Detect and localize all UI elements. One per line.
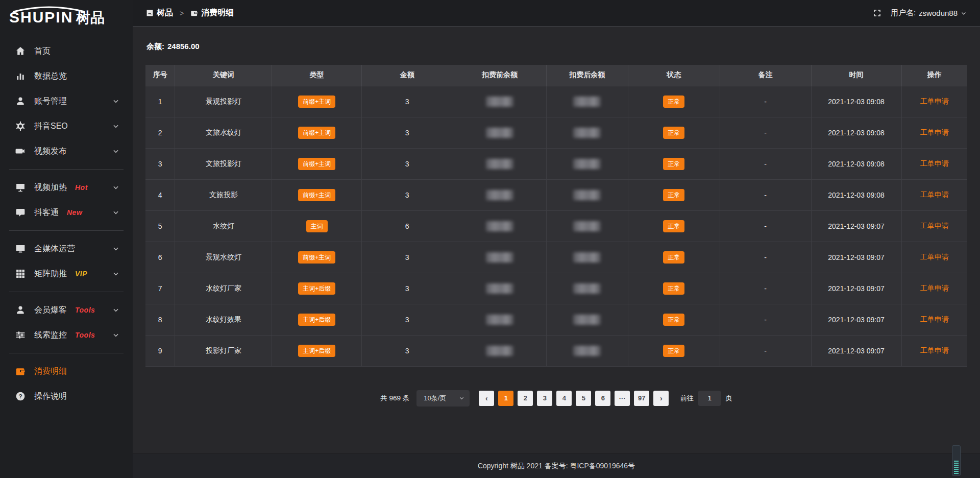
- sidebar-item-video-publish[interactable]: 视频发布: [0, 140, 133, 162]
- floating-corner-widget[interactable]: [952, 445, 961, 476]
- redacted-value: [573, 190, 601, 200]
- pagination-total: 共 969 条: [380, 394, 409, 403]
- type-badge: 主词: [306, 220, 328, 232]
- breadcrumb-item[interactable]: 树品: [146, 8, 173, 18]
- status-badge: 正常: [663, 282, 684, 295]
- cell-status: 正常: [628, 335, 720, 366]
- balance-label: 余额:: [146, 42, 164, 51]
- redacted-value: [573, 346, 601, 356]
- breadcrumb: 树品>消费明细: [146, 8, 234, 18]
- page-button-1[interactable]: 1: [498, 391, 513, 406]
- page-button-97[interactable]: 97: [634, 391, 649, 406]
- page-button-3[interactable]: 3: [537, 391, 552, 406]
- work-order-link[interactable]: 工单申请: [920, 346, 949, 354]
- table-header-row: 序号关键词类型金额扣费前余额扣费后余额状态备注时间操作: [145, 65, 967, 86]
- balance-value: 24856.00: [167, 42, 200, 51]
- work-order-link[interactable]: 工单申请: [920, 190, 949, 199]
- work-order-link[interactable]: 工单申请: [920, 253, 949, 261]
- sidebar-item-account-management[interactable]: 账号管理: [0, 90, 133, 112]
- cell-no: 4: [145, 179, 175, 210]
- redacted-value: [486, 190, 513, 200]
- sidebar-item-tag: Tools: [75, 331, 95, 339]
- prev-page-button[interactable]: ‹: [479, 391, 494, 406]
- user-menu[interactable]: 用户名: zswodun88: [891, 8, 967, 18]
- fullscreen-icon[interactable]: [873, 9, 881, 17]
- sidebar-item-member-baoke[interactable]: 会员爆客 Tools: [0, 299, 133, 321]
- next-page-button[interactable]: ›: [653, 391, 669, 406]
- sidebar-item-data-overview[interactable]: 数据总览: [0, 65, 133, 87]
- sliders-icon: [15, 330, 26, 340]
- work-order-link[interactable]: 工单申请: [920, 284, 949, 292]
- page-button-2[interactable]: 2: [518, 391, 533, 406]
- cell-status: 正常: [628, 273, 720, 304]
- redacted-value: [486, 128, 513, 138]
- table-row: 7 水纹灯厂家 主词+后缀 3 正常 - 2021-12-03 09:07 工单…: [145, 273, 967, 304]
- sidebar-item-label: 视频发布: [34, 146, 67, 157]
- sidebar-item-video-heating[interactable]: 视频加热 Hot: [0, 176, 133, 199]
- status-badge: 正常: [663, 189, 684, 201]
- type-badge: 前缀+主词: [298, 95, 335, 108]
- sidebar-item-all-media-operation[interactable]: 全媒体运营: [0, 237, 133, 260]
- sidebar-item-operation-guide[interactable]: ? 操作说明: [0, 385, 133, 408]
- page-more-button[interactable]: ···: [615, 391, 630, 406]
- breadcrumb-item[interactable]: 消费明细: [190, 8, 234, 18]
- pagination: 共 969 条 10条/页 ‹ 123456···97 › 前往 1 页: [145, 390, 967, 407]
- cell-no: 8: [145, 304, 175, 335]
- gear-icon: [15, 121, 26, 131]
- cell-keyword: 投影灯厂家: [175, 335, 272, 366]
- sidebar-item-clue-monitor[interactable]: 线索监控 Tools: [0, 324, 133, 346]
- cell-balance-after: [547, 179, 628, 210]
- sidebar-item-douketong[interactable]: 抖客通 New: [0, 201, 133, 224]
- sidebar-item-home[interactable]: 首页: [0, 40, 133, 62]
- cell-balance-before: [453, 179, 547, 210]
- status-badge: 正常: [663, 220, 684, 232]
- sidebar-item-douyin-seo[interactable]: 抖音SEO: [0, 115, 133, 137]
- work-order-link[interactable]: 工单申请: [920, 128, 949, 136]
- sidebar: SHUPIN树品 首页 数据总览 账号管理 抖音SEO 视频发: [0, 0, 133, 478]
- cell-remark: -: [720, 242, 811, 273]
- column-header: 扣费前余额: [453, 65, 547, 86]
- cell-type: 前缀+主词: [272, 148, 361, 179]
- cell-time: 2021-12-03 09:07: [811, 242, 901, 273]
- goto-page-input[interactable]: 1: [698, 391, 721, 406]
- page-button-6[interactable]: 6: [595, 391, 610, 406]
- cell-keyword: 水纹灯效果: [175, 304, 272, 335]
- username-label: 用户名:: [891, 8, 916, 18]
- cell-type: 前缀+主词: [272, 242, 361, 273]
- consumption-table: 序号关键词类型金额扣费前余额扣费后余额状态备注时间操作 1 景观投影灯 前缀+主…: [145, 65, 967, 367]
- chevron-down-icon: [112, 98, 119, 105]
- column-header: 状态: [628, 65, 720, 86]
- work-order-link[interactable]: 工单申请: [920, 97, 949, 105]
- bar-chart-icon: [15, 71, 26, 81]
- cell-balance-before: [453, 335, 547, 366]
- cell-time: 2021-12-03 09:08: [811, 117, 901, 148]
- cell-keyword: 景观投影灯: [175, 86, 272, 117]
- sidebar-item-consumption-detail[interactable]: 消费明细: [0, 360, 133, 383]
- cell-amount: 3: [361, 117, 453, 148]
- page-size-select[interactable]: 10条/页: [416, 390, 470, 407]
- cell-time: 2021-12-03 09:08: [811, 148, 901, 179]
- cell-status: 正常: [628, 179, 720, 210]
- sidebar-item-tag: Hot: [75, 183, 88, 192]
- page-button-5[interactable]: 5: [576, 391, 591, 406]
- type-badge: 前缀+主词: [298, 127, 335, 139]
- chevron-down-icon: [459, 395, 464, 401]
- work-order-link[interactable]: 工单申请: [920, 159, 949, 168]
- redacted-value: [573, 283, 601, 294]
- copyright-text: Copyright 树品 2021 备案号: 粤ICP备09019646号: [478, 462, 635, 471]
- redacted-value: [486, 283, 513, 294]
- balance: 余额:24856.00: [146, 42, 966, 52]
- sidebar-item-matrix-boost[interactable]: 矩阵助推 VIP: [0, 262, 133, 285]
- cell-no: 1: [145, 86, 175, 117]
- status-badge: 正常: [663, 127, 684, 139]
- sidebar-item-tag: New: [67, 208, 82, 217]
- work-order-link[interactable]: 工单申请: [920, 222, 949, 230]
- work-order-link[interactable]: 工单申请: [920, 315, 949, 323]
- cell-time: 2021-12-03 09:07: [811, 273, 901, 304]
- cell-balance-before: [453, 210, 547, 242]
- cell-time: 2021-12-03 09:08: [811, 179, 901, 210]
- video-camera-icon: [15, 146, 26, 156]
- cell-status: 正常: [628, 304, 720, 335]
- user-icon: [15, 305, 26, 315]
- page-button-4[interactable]: 4: [556, 391, 572, 406]
